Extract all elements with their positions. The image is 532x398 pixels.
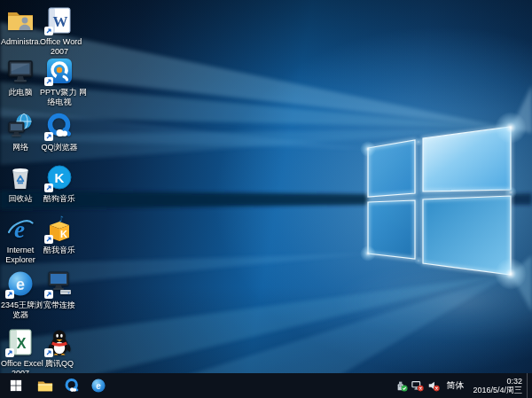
network-disconnected-icon[interactable]: [411, 378, 425, 393]
excel-icon: X: [6, 328, 35, 356]
svg-text:X: X: [17, 336, 27, 351]
desktop-icon-label: 网络: [1, 143, 40, 152]
shortcut-arrow-badge: [44, 77, 53, 86]
desktop-icon-label: 此电脑: [1, 88, 40, 98]
shortcut-arrow-badge: [44, 348, 53, 357]
desktop-icon-label: 回收站: [1, 194, 40, 204]
clock-time: 0:32: [473, 377, 522, 386]
windows-desktop-screen: Administra...WOffice Word2007此电脑PPTV聚力 网…: [0, 0, 532, 398]
desktop-icon-this-pc[interactable]: 此电脑: [1, 57, 40, 98]
shortcut-arrow-badge: [44, 235, 53, 244]
shortcut-arrow-badge: [5, 348, 14, 357]
desktop-icon-area: Administra...WOffice Word2007此电脑PPTV聚力 网…: [0, 0, 532, 373]
desktop-icon-label: 2345王牌浏览器: [1, 300, 40, 320]
svg-text:K: K: [55, 170, 65, 185]
svg-text:e: e: [16, 276, 25, 293]
desktop-icon-office-excel-2007[interactable]: XOffice Excel2007: [1, 328, 40, 378]
qq-icon: [45, 328, 74, 356]
shortcut-arrow-badge: [44, 132, 53, 141]
input-method-indicator[interactable]: 简体: [446, 379, 464, 392]
explorer-icon: [37, 378, 53, 394]
show-desktop-button[interactable]: [527, 373, 532, 398]
desktop-icon-qq-browser[interactable]: QQ浏览器: [40, 112, 79, 152]
desktop-icon-recycle-bin[interactable]: 回收站: [1, 163, 40, 204]
shortcut-arrow-badge: [44, 290, 53, 299]
svg-text:W: W: [53, 13, 68, 30]
kuwo-icon: K♪: [45, 215, 74, 243]
desktop-icon-label: InternetExplorer: [1, 246, 40, 265]
desktop-icon-kuwo-music[interactable]: K♪酷我音乐: [40, 215, 79, 255]
desktop-icon-label: 酷狗音乐: [40, 194, 79, 204]
desktop-icon-kugou-music[interactable]: K酷狗音乐: [40, 163, 79, 204]
desktop-icon-broadband[interactable]: 宽带连接: [40, 269, 79, 310]
qq-browser-icon: [45, 112, 74, 140]
desktop-icon-label: 酷我音乐: [40, 246, 79, 255]
browser-2345-icon: e: [6, 269, 35, 298]
svg-text:♪: ♪: [59, 215, 64, 223]
start-icon: [10, 379, 22, 392]
desktop-icon-office-word-2007[interactable]: WOffice Word2007: [40, 6, 79, 57]
desktop-icon-label: QQ浏览器: [40, 143, 79, 152]
broadband-icon: [45, 269, 74, 298]
taskbar-button-qq-browser[interactable]: [59, 373, 85, 398]
svg-text:e: e: [14, 216, 25, 243]
browser-2345-small-icon: e: [90, 378, 106, 394]
user-folder-icon: [6, 6, 35, 35]
taskbar-button-file-explorer[interactable]: [32, 373, 59, 398]
qq-browser-small-icon: [64, 378, 80, 394]
computer-icon: [6, 57, 35, 85]
pptv-icon: [45, 57, 74, 85]
taskbar-clock[interactable]: 0:32 2016/5/4/周三: [473, 377, 522, 394]
desktop-icon-internet-explorer[interactable]: eInternetExplorer: [1, 215, 40, 265]
volume-muted-icon[interactable]: [426, 378, 441, 393]
shortcut-arrow-badge: [44, 183, 53, 192]
svg-text:K: K: [60, 229, 67, 239]
shortcut-arrow-badge: [5, 290, 14, 299]
ie-icon: e: [6, 215, 35, 243]
usb-safe-remove-icon[interactable]: [395, 378, 409, 393]
desktop-icon-network[interactable]: 网络: [1, 112, 40, 152]
taskbar-buttons: e: [0, 373, 112, 398]
desktop-icon-label: 宽带连接: [40, 300, 79, 310]
desktop-icon-pptv[interactable]: PPTV聚力 网络电视: [40, 57, 79, 107]
system-tray: 简体 0:32 2016/5/4/周三: [394, 373, 532, 398]
svg-text:e: e: [96, 381, 101, 391]
taskbar: e 简体 0:32 2016/5/4/周三: [0, 373, 532, 398]
desktop-icon-label: Office Word2007: [40, 37, 79, 57]
word-icon: W: [45, 6, 74, 35]
desktop-icon-administrator[interactable]: Administra...: [1, 6, 40, 47]
desktop-icon-label: Administra...: [1, 37, 40, 47]
shortcut-arrow-badge: [44, 27, 53, 35]
kugou-icon: K: [45, 163, 74, 191]
taskbar-button-2345-browser[interactable]: e: [85, 373, 112, 398]
start-button[interactable]: [0, 373, 32, 398]
recycle-bin-icon: [6, 163, 35, 191]
tray-icon-group: [394, 378, 442, 393]
clock-date: 2016/5/4/周三: [473, 386, 522, 394]
network-icon: [6, 112, 35, 140]
desktop-icon-label: 腾讯QQ: [40, 359, 79, 369]
desktop-icon-label: PPTV聚力 网络电视: [40, 88, 79, 107]
desktop-icon-2345-browser[interactable]: e2345王牌浏览器: [1, 269, 40, 320]
desktop-icon-tencent-qq[interactable]: 腾讯QQ: [40, 328, 79, 369]
